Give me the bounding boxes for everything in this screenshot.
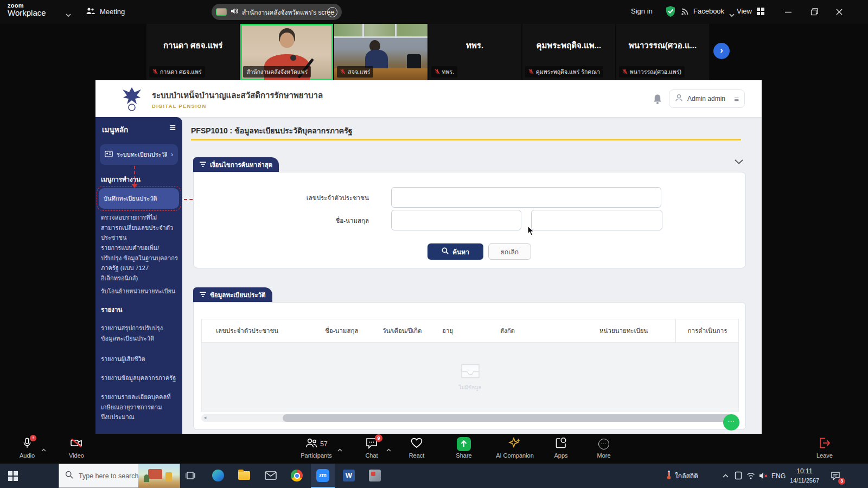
participants-options-chevron-icon[interactable] — [337, 444, 342, 454]
chat-control[interactable]: 9 Chat — [347, 436, 396, 459]
citizen-id-input[interactable] — [391, 187, 661, 208]
audio-control[interactable]: ! Audio — [0, 436, 54, 459]
file-explorer-icon[interactable] — [238, 469, 251, 482]
collapse-chevron-down-icon[interactable] — [735, 158, 743, 166]
wifi-tray-icon[interactable] — [744, 469, 757, 482]
audio-options-chevron-icon[interactable] — [41, 444, 46, 454]
last-name-input[interactable] — [531, 210, 662, 230]
minimize-button[interactable] — [784, 8, 793, 16]
logo-workplace-text: Workplace — [8, 9, 46, 18]
react-control[interactable]: React — [392, 436, 441, 459]
participant-tile-active-speaker[interactable]: สำนักงานคลังจังหวัดแพร่ — [240, 24, 333, 80]
device-tray-icon[interactable] — [732, 469, 745, 482]
taskbar-clock[interactable]: 10:11 14/11/2567 — [788, 466, 821, 485]
search-placeholder: Type here to search — [79, 472, 138, 480]
column-header[interactable]: หน่วยนายทะเบียน — [599, 319, 648, 342]
user-menu-burger-icon[interactable]: ≡ — [734, 94, 739, 104]
chevron-right-icon: › — [171, 151, 173, 158]
participant-nametag: สำนักงานคลังจังหวัดแพร่ — [243, 66, 311, 78]
view-button-label[interactable]: View — [737, 7, 752, 15]
column-header[interactable]: ชื่อ-นามสกุล — [325, 319, 358, 342]
zoom-titlebar: zoom Workplace Meeting สำนักงานคลังจังหว… — [0, 0, 868, 24]
video-control[interactable]: Video — [49, 436, 104, 459]
language-indicator[interactable]: ENG — [771, 464, 786, 488]
ai-companion-control[interactable]: AI Companion — [485, 436, 545, 459]
user-menu[interactable]: Admin admin ≡ — [669, 89, 745, 108]
sidebar-item-record-registry-active[interactable]: บันทึกทะเบียนประวัติ — [99, 188, 179, 209]
audio-alert-badge: ! — [30, 435, 36, 441]
weather-widget[interactable]: ใกล้สถิติ — [666, 464, 698, 488]
sidebar-item-report-personnel[interactable]: รายงานข้อมูลบุคลากรภาครัฐ — [101, 373, 178, 383]
column-header-actions[interactable]: การดำเนินการ — [675, 319, 739, 342]
taskbar-search[interactable]: Type here to search — [59, 464, 180, 488]
zoom-app-active[interactable]: zm — [311, 464, 335, 488]
sign-in-button[interactable]: Sign in — [631, 7, 653, 15]
sidebar-module-registry[interactable]: ระบบทะเบียนประวัติ › — [100, 144, 178, 165]
share-control[interactable]: Share — [439, 436, 488, 459]
sidebar-item-request-7127[interactable]: รายการแบบคำขอเพิ่ม/ปรับปรุง ข้อมูลในฐานบ… — [101, 243, 178, 284]
thermometer-icon — [666, 470, 672, 482]
facebook-chevron-down-icon[interactable] — [729, 10, 735, 20]
sidebar-item-report-deceased[interactable]: รายงานผู้เสียชีวิต — [101, 354, 178, 364]
volume-muted-tray-icon[interactable] — [757, 469, 770, 482]
column-header[interactable]: สังกัด — [500, 319, 515, 342]
view-grid-icon[interactable] — [756, 7, 765, 18]
column-header[interactable]: เลขประจำตัวประชาชน — [216, 319, 278, 342]
mouse-cursor — [527, 226, 536, 239]
first-name-input[interactable] — [391, 210, 521, 230]
cancel-button[interactable]: ยกเลิก — [488, 243, 531, 260]
page-title: PFSP1010 : ข้อมูลทะเบียนประวัติบุคลากรภา… — [191, 125, 352, 137]
start-button[interactable] — [0, 464, 26, 488]
edge-browser-icon[interactable] — [212, 469, 225, 482]
participant-tile[interactable]: สจจ.แพร่ — [334, 24, 427, 80]
user-avatar-icon — [675, 94, 683, 104]
mail-icon[interactable] — [264, 469, 277, 482]
participant-display-name: ทพร. — [466, 39, 483, 52]
shared-screen-pill[interactable]: สำนักงานคลังจังหวัดแพร่'s scree ··· — [212, 4, 342, 20]
participants-control[interactable]: 57 Participants — [286, 436, 346, 459]
floating-chat-button[interactable]: ⋯ — [723, 414, 739, 431]
scrollbar-thumb[interactable] — [283, 414, 732, 422]
participant-tile[interactable]: กานดา ศธจ.แพร่ กานดา ศธจ.แพร่ — [146, 24, 239, 80]
sidebar-item-report-update-summary[interactable]: รายงานสรุปการปรับปรุงข้อมูลทะเบียนประวัต… — [101, 323, 178, 343]
shared-screen: ระบบบำเหน็จบำนาญและสวัสดิการรักษาพยาบาล … — [95, 80, 762, 434]
participant-tile[interactable]: ทพร. ทพร. — [429, 24, 521, 80]
pinned-app-icon[interactable] — [368, 469, 381, 482]
next-participants-button[interactable]: › — [713, 43, 730, 59]
apps-control[interactable]: Apps — [537, 436, 585, 459]
workspace-chevron-down-icon[interactable] — [66, 10, 71, 20]
search-button[interactable]: ค้นหา — [427, 243, 483, 260]
participant-tile[interactable]: คุมพระพฤติจ.แพ... คุมพระพฤติจ.แพร่ รักคณ… — [522, 24, 615, 80]
search-highlight-artwork[interactable] — [138, 464, 180, 488]
participant-tile[interactable]: พนาวรรณ(ศวอ.แ... พนาวรรณ(ศวอ.แพร่) — [616, 24, 709, 80]
tray-chevron-up-icon[interactable] — [719, 469, 732, 482]
tab-meeting[interactable]: Meeting — [86, 7, 125, 17]
leave-control[interactable]: Leave — [797, 436, 852, 459]
share-options-ellipsis-icon[interactable]: ··· — [327, 7, 337, 17]
column-header[interactable]: อายุ — [442, 319, 453, 342]
sidebar-item-registrar-transfer[interactable]: รับโอนย้ายหน่วยนายทะเบียน — [101, 286, 178, 297]
garuda-emblem-logo — [120, 86, 143, 113]
app-title-block: ระบบบำเหน็จบำนาญและสวัสดิการรักษาพยาบาล … — [152, 89, 323, 109]
security-shield-icon[interactable] — [665, 5, 676, 20]
restore-window-button[interactable] — [810, 8, 819, 16]
shared-screen-title: สำนักงานคลังจังหวัดแพร่'s scree — [242, 7, 323, 17]
close-button[interactable] — [835, 8, 844, 16]
word-app-icon[interactable]: W — [342, 469, 355, 482]
react-label: React — [392, 452, 441, 459]
more-control[interactable]: ··· More — [579, 436, 628, 459]
participants-icon — [305, 437, 318, 451]
sidebar-item-report-retirement[interactable]: รายงานรายละเอียดบุคคลที่เกษียณอายุราชการ… — [101, 392, 178, 422]
sidebar-item-check-unchangeable-id[interactable]: ตรวจสอบรายการที่ไม่สามารถเปลี่ยนเลขประจำ… — [101, 213, 178, 243]
app-title: ระบบบำเหน็จบำนาญและสวัสดิการรักษาพยาบาล — [152, 89, 323, 102]
chat-options-chevron-icon[interactable] — [386, 444, 391, 454]
horizontal-scrollbar[interactable]: ◄ ► — [201, 414, 739, 422]
sidebar-burger-icon[interactable]: ≡ — [169, 121, 176, 134]
empty-inbox-icon — [459, 363, 482, 380]
column-header[interactable]: วัน/เดือน/ปีเกิด — [382, 319, 422, 342]
notification-bell-icon[interactable] — [653, 94, 662, 106]
scroll-left-arrow-icon[interactable]: ◄ — [203, 415, 207, 420]
task-view-icon[interactable] — [184, 469, 197, 482]
chrome-browser-icon[interactable] — [290, 469, 303, 482]
facebook-stream-label[interactable]: Facebook — [693, 7, 724, 15]
